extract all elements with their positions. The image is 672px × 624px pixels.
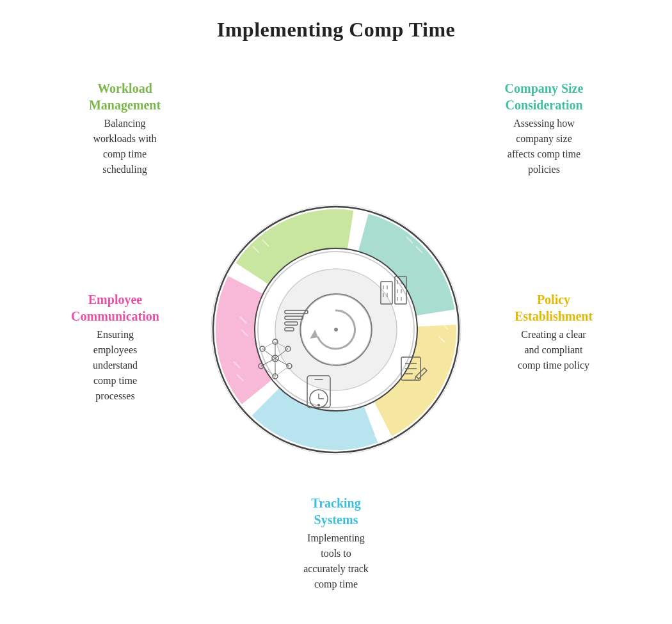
main-container: WorkloadManagement Balancingworkloads wi…	[48, 48, 624, 611]
policy-title: PolicyEstablishment	[490, 291, 618, 324]
page-title: Implementing Comp Time	[217, 18, 456, 42]
diagram: // This won't run inside SVG. I'll pre-c…	[202, 195, 470, 464]
workload-title: WorkloadManagement	[61, 80, 189, 113]
tracking-desc: Implementingtools toaccurately trackcomp…	[266, 531, 406, 592]
company-desc: Assessing howcompany sizeaffects comp ti…	[477, 116, 611, 177]
company-title: Company SizeConsideration	[477, 80, 611, 113]
svg-point-8	[334, 328, 338, 332]
label-company: Company SizeConsideration Assessing howc…	[477, 80, 611, 177]
communication-desc: Ensuringemployeesunderstandcomp timeproc…	[54, 327, 176, 404]
workload-desc: Balancingworkloads withcomp timescheduli…	[61, 116, 189, 177]
label-policy: PolicyEstablishment Creating a clearand …	[490, 291, 618, 373]
diagram-svg: // This won't run inside SVG. I'll pre-c…	[202, 195, 470, 464]
label-communication: EmployeeCommunication Ensuringemployeesu…	[54, 291, 176, 404]
communication-title: EmployeeCommunication	[54, 291, 176, 324]
policy-desc: Creating a clearand compliantcomp time p…	[490, 327, 618, 373]
label-tracking: TrackingSystems Implementingtools toaccu…	[266, 495, 406, 592]
label-workload: WorkloadManagement Balancingworkloads wi…	[61, 80, 189, 177]
tracking-title: TrackingSystems	[266, 495, 406, 528]
svg-point-34	[317, 404, 320, 406]
